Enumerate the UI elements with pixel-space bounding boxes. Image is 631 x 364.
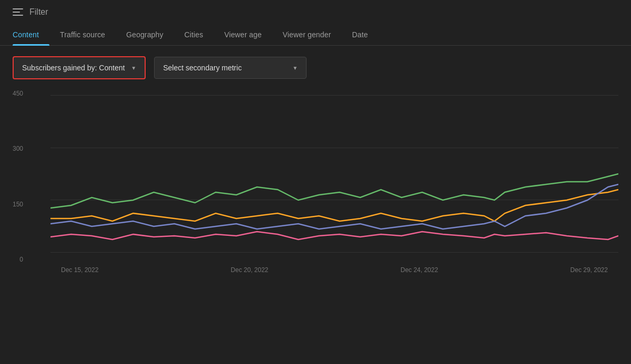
- y-label-0: 0: [19, 256, 23, 263]
- secondary-metric-dropdown[interactable]: Select secondary metric ▼: [154, 57, 307, 79]
- tab-traffic-source[interactable]: Traffic source: [49, 24, 116, 45]
- x-label-dec29: Dec 29, 2022: [571, 266, 608, 274]
- primary-metric-dropdown[interactable]: Subscribers gained by: Content ▼: [13, 56, 146, 79]
- x-label-dec24: Dec 24, 2022: [401, 266, 438, 274]
- tab-geography[interactable]: Geography: [116, 24, 174, 45]
- primary-chevron-icon: ▼: [131, 65, 136, 71]
- secondary-chevron-icon: ▼: [292, 65, 298, 71]
- tab-viewer-age[interactable]: Viewer age: [213, 24, 272, 45]
- line-blue: [50, 184, 618, 229]
- tab-viewer-gender[interactable]: Viewer gender: [272, 24, 342, 45]
- line-chart: [50, 95, 618, 253]
- tab-cities[interactable]: Cities: [174, 24, 214, 45]
- line-green: [50, 174, 618, 208]
- x-label-dec20: Dec 20, 2022: [231, 266, 268, 274]
- secondary-metric-label: Select secondary metric: [163, 64, 241, 72]
- filter-label: Filter: [29, 7, 48, 17]
- chart-container: Dec 15, 2022 Dec 20, 2022 Dec 24, 2022 D…: [50, 95, 618, 274]
- tabs-nav: Content Traffic source Geography Cities …: [0, 24, 631, 46]
- x-axis: Dec 15, 2022 Dec 20, 2022 Dec 24, 2022 D…: [50, 266, 618, 274]
- filter-icon[interactable]: [13, 8, 23, 16]
- filter-bar: Filter: [0, 0, 631, 24]
- y-label-450: 450: [13, 90, 23, 97]
- primary-metric-label: Subscribers gained by: Content: [22, 64, 125, 72]
- chart-area: 450 300 150 0 Dec 15, 2022 Dec 20, 2022 …: [0, 90, 631, 289]
- line-orange: [50, 190, 618, 221]
- x-label-dec15: Dec 15, 2022: [61, 266, 98, 274]
- line-pink: [50, 232, 618, 240]
- y-axis: 450 300 150 0: [13, 90, 23, 268]
- tab-content[interactable]: Content: [13, 24, 49, 45]
- dropdowns-row: Subscribers gained by: Content ▼ Select …: [0, 46, 631, 90]
- tab-date[interactable]: Date: [341, 24, 378, 45]
- y-label-150: 150: [13, 201, 23, 208]
- y-label-300: 300: [13, 145, 23, 152]
